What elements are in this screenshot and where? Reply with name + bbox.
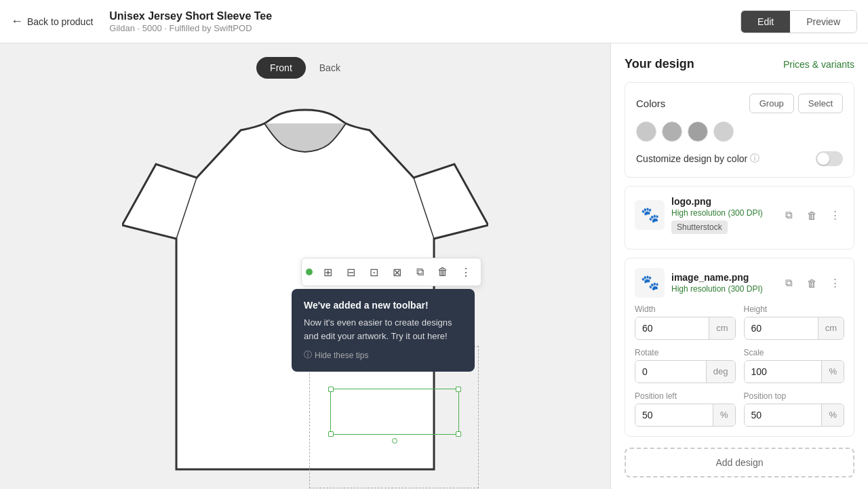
rotate-unit: deg xyxy=(706,361,735,383)
logo-design-item: 🐾 logo.png High resolution (300 DPI) Shu… xyxy=(625,186,854,250)
color-swatch-1[interactable] xyxy=(636,121,656,142)
design-toolbar: ⊞ ⊟ ⊡ ⊠ ⧉ 🗑 ⋮ xyxy=(301,258,481,286)
colors-action-buttons: Group Select xyxy=(749,94,843,113)
logo-thumbnail-icon: 🐾 xyxy=(641,206,659,224)
pos-top-input-row: % xyxy=(744,404,845,427)
customize-design-row: Customize design by color ⓘ xyxy=(636,151,843,166)
panel-header: Your design Prices & variants xyxy=(625,57,854,71)
logo-item-badge: Shutterstock xyxy=(671,220,728,234)
pos-left-field-group: Position left % xyxy=(635,391,736,427)
back-view-button[interactable]: Back xyxy=(306,57,354,79)
color-swatch-4[interactable] xyxy=(713,121,734,142)
logo-thumbnail: 🐾 xyxy=(635,200,665,230)
pos-top-label: Position top xyxy=(744,391,845,401)
color-swatches xyxy=(636,121,843,142)
image-item-info: image_name.png High resolution (300 DPI) xyxy=(671,272,772,294)
image-delete-button[interactable]: 🗑 xyxy=(802,273,821,292)
toggle-knob xyxy=(817,153,829,165)
panel-title: Your design xyxy=(625,57,694,71)
rotate-label: Rotate xyxy=(635,348,736,357)
tab-preview[interactable]: Preview xyxy=(790,11,856,33)
tab-edit[interactable]: Edit xyxy=(741,11,790,33)
logo-copy-button[interactable]: ⧉ xyxy=(779,206,798,224)
pos-left-input-row: % xyxy=(635,404,736,427)
logo-item-resolution: High resolution (300 DPI) xyxy=(671,208,772,218)
colors-label: Colors xyxy=(636,98,665,109)
toolbar-tooltip: We've added a new toolbar! Now it's even… xyxy=(292,289,475,372)
scale-label: Scale xyxy=(744,348,845,357)
tooltip-title: We've added a new toolbar! xyxy=(304,300,462,311)
width-field-group: Width cm xyxy=(635,305,736,340)
add-design-button[interactable]: Add design xyxy=(625,448,854,477)
logo-delete-button[interactable]: 🗑 xyxy=(802,206,821,224)
logo-more-button[interactable]: ⋮ xyxy=(825,206,844,224)
image-more-button[interactable]: ⋮ xyxy=(825,273,844,292)
toolbar-copy-button[interactable]: ⧉ xyxy=(409,261,431,283)
image-fields-grid: Width cm Height cm Rotate xyxy=(635,305,844,427)
scale-input[interactable] xyxy=(745,361,822,383)
front-view-button[interactable]: Front xyxy=(256,57,306,79)
scale-unit: % xyxy=(821,361,844,383)
width-input-row: cm xyxy=(635,317,736,340)
customize-label: Customize design by color ⓘ xyxy=(636,153,760,165)
right-panel: Your design Prices & variants Colors Gro… xyxy=(610,43,868,489)
rotate-input[interactable] xyxy=(635,361,706,383)
colors-section: Colors Group Select Customize design by … xyxy=(625,82,854,178)
pos-top-input[interactable] xyxy=(745,404,822,426)
image-copy-button[interactable]: ⧉ xyxy=(779,273,798,292)
product-title: Unisex Jersey Short Sleeve Tee xyxy=(109,10,724,22)
info-circle-icon: ⓘ xyxy=(304,349,312,361)
height-field-group: Height cm xyxy=(744,305,845,340)
width-unit: cm xyxy=(709,317,734,339)
tshirt-container: ⊞ ⊟ ⊡ ⊠ ⧉ 🗑 ⋮ We've added a new toolbar!… xyxy=(122,90,488,483)
height-input[interactable] xyxy=(745,317,818,339)
rotate-input-row: deg xyxy=(635,360,736,383)
product-info: Unisex Jersey Short Sleeve Tee Gildan · … xyxy=(109,10,724,33)
customize-toggle[interactable] xyxy=(816,151,843,166)
image-item-header: 🐾 image_name.png High resolution (300 DP… xyxy=(635,268,844,298)
image-thumbnail: 🐾 xyxy=(635,268,665,298)
toolbar-more-button[interactable]: ⋮ xyxy=(455,261,477,283)
color-swatch-2[interactable] xyxy=(662,121,682,142)
back-to-product-button[interactable]: ← Back to product xyxy=(11,14,93,28)
group-button[interactable]: Group xyxy=(749,94,794,113)
logo-item-info: logo.png High resolution (300 DPI) Shutt… xyxy=(671,196,772,234)
select-button[interactable]: Select xyxy=(798,94,843,113)
logo-item-header: 🐾 logo.png High resolution (300 DPI) Shu… xyxy=(635,196,844,234)
pos-top-field-group: Position top % xyxy=(744,391,845,427)
canvas-area: Front Back ⊞ ⊟ ⊡ ⊠ ⧉ 🗑 xyxy=(0,43,610,489)
pos-left-input[interactable] xyxy=(635,404,713,426)
height-unit: cm xyxy=(818,317,844,339)
toolbar-align-button[interactable]: ⊞ xyxy=(317,261,338,283)
hide-tips-button[interactable]: ⓘ Hide these tips xyxy=(304,349,462,361)
colors-header: Colors Group Select xyxy=(636,94,843,113)
image-design-item: 🐾 image_name.png High resolution (300 DP… xyxy=(625,258,854,437)
logo-item-name: logo.png xyxy=(671,196,772,207)
image-item-actions: ⧉ 🗑 ⋮ xyxy=(779,273,844,292)
pos-left-label: Position left xyxy=(635,391,736,401)
logo-item-actions: ⧉ 🗑 ⋮ xyxy=(779,206,844,224)
toolbar-distribute-button[interactable]: ⊟ xyxy=(340,261,361,283)
active-indicator xyxy=(306,269,313,275)
customize-info-icon: ⓘ xyxy=(750,153,760,165)
prices-variants-link[interactable]: Prices & variants xyxy=(783,59,854,70)
width-label: Width xyxy=(635,305,736,314)
color-swatch-3[interactable] xyxy=(688,121,708,142)
view-toggle: Front Back xyxy=(256,57,354,79)
product-subtitle: Gildan · 5000 · Fulfilled by SwiftPOD xyxy=(109,23,724,33)
toolbar-resize-button[interactable]: ⊡ xyxy=(363,261,384,283)
toolbar-crop-button[interactable]: ⊠ xyxy=(386,261,408,283)
edit-preview-tabs: Edit Preview xyxy=(741,10,857,33)
image-thumbnail-icon: 🐾 xyxy=(641,274,659,292)
toolbar-delete-button[interactable]: 🗑 xyxy=(432,261,454,283)
main-content: Front Back ⊞ ⊟ ⊡ ⊠ ⧉ 🗑 xyxy=(0,43,868,489)
scale-input-row: % xyxy=(744,360,845,383)
pos-top-unit: % xyxy=(821,404,844,426)
tooltip-body: Now it's even easier to create designs a… xyxy=(304,316,462,343)
image-item-name: image_name.png xyxy=(671,272,772,283)
app-header: ← Back to product Unisex Jersey Short Sl… xyxy=(0,0,868,43)
height-label: Height xyxy=(744,305,845,314)
width-input[interactable] xyxy=(635,317,709,339)
height-input-row: cm xyxy=(744,317,845,340)
image-item-resolution: High resolution (300 DPI) xyxy=(671,284,772,294)
